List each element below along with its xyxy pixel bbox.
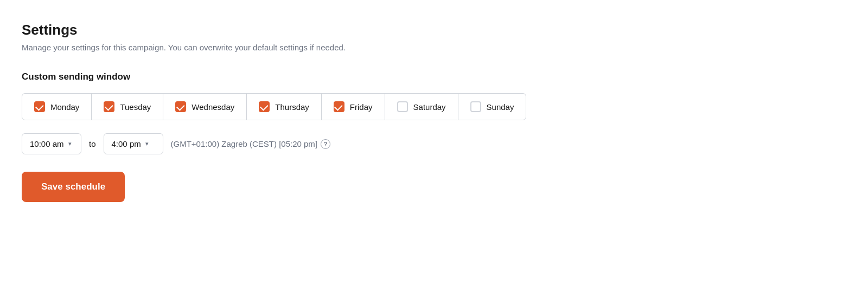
day-item-tuesday[interactable]: Tuesday: [91, 93, 163, 120]
day-item-saturday[interactable]: Saturday: [385, 93, 458, 120]
page-title: Settings: [22, 22, 846, 38]
day-label-thursday: Thursday: [275, 102, 309, 112]
day-checkbox-tuesday: [104, 101, 114, 112]
day-label-sunday: Sunday: [487, 102, 514, 112]
day-item-monday[interactable]: Monday: [22, 93, 92, 120]
day-checkbox-friday: [334, 101, 344, 112]
days-row: MondayTuesdayWednesdayThursdayFridaySatu…: [22, 93, 846, 120]
time-separator: to: [89, 139, 96, 148]
chevron-down-icon: ▾: [145, 140, 149, 147]
day-checkbox-monday: [34, 101, 45, 112]
day-checkbox-saturday: [397, 101, 408, 112]
timezone-info: (GMT+01:00) Zagreb (CEST) [05:20 pm] ?: [171, 139, 331, 149]
chevron-down-icon: ▾: [68, 140, 72, 147]
day-checkbox-sunday: [470, 101, 481, 112]
time-from-select[interactable]: 10:00 am ▾: [22, 133, 81, 154]
day-item-sunday[interactable]: Sunday: [458, 93, 527, 120]
day-item-thursday[interactable]: Thursday: [246, 93, 322, 120]
day-label-tuesday: Tuesday: [120, 102, 151, 112]
timezone-text: (GMT+01:00) Zagreb (CEST) [05:20 pm]: [171, 139, 318, 148]
page-subtitle: Manage your settings for this campaign. …: [22, 43, 846, 52]
time-to-value: 4:00 pm: [112, 139, 141, 148]
day-item-wednesday[interactable]: Wednesday: [163, 93, 247, 120]
day-checkbox-thursday: [259, 101, 270, 112]
day-label-friday: Friday: [350, 102, 373, 112]
time-to-select[interactable]: 4:00 pm ▾: [104, 133, 163, 154]
day-label-wednesday: Wednesday: [192, 102, 234, 112]
day-item-friday[interactable]: Friday: [321, 93, 385, 120]
time-row: 10:00 am ▾ to 4:00 pm ▾ (GMT+01:00) Zagr…: [22, 133, 846, 154]
save-schedule-button[interactable]: Save schedule: [22, 172, 125, 202]
help-icon[interactable]: ?: [321, 139, 330, 149]
day-label-saturday: Saturday: [413, 102, 446, 112]
day-label-monday: Monday: [50, 102, 79, 112]
day-checkbox-wednesday: [175, 101, 186, 112]
section-title: Custom sending window: [22, 72, 846, 82]
time-from-value: 10:00 am: [30, 139, 64, 148]
